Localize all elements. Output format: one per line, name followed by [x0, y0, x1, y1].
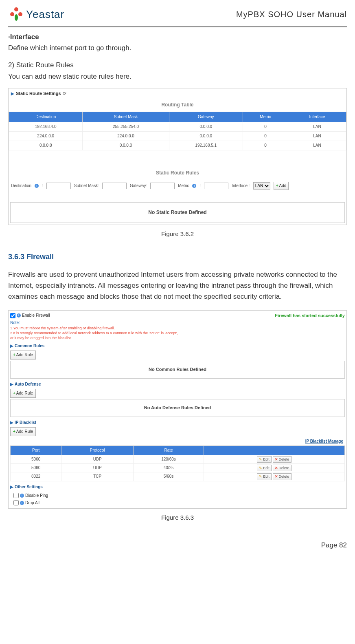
col-subnet: Subnet Mask [83, 112, 169, 122]
destination-label: Destination [11, 183, 31, 189]
table-row: 8022 TCP 5/60s ✎Edit ✕Delete [11, 472, 345, 481]
table-row: 192.168.4.0 255.255.254.0 0.0.0.0 0 LAN [9, 122, 346, 131]
add-rule-button[interactable]: +Add Rule [10, 427, 36, 436]
col-interface: Interface [288, 112, 346, 122]
edit-icon: ✎ [259, 474, 262, 479]
auto-defense-header: ▶Auto Defense [10, 381, 345, 388]
info-icon[interactable]: i [192, 184, 196, 188]
plus-icon: + [276, 183, 278, 189]
enable-firewall-row: i Enable Firewall [10, 312, 178, 319]
common-rules-header: ▶Common Rules [10, 343, 345, 349]
interface-heading: ·Interface [8, 31, 347, 42]
edit-icon: ✎ [259, 457, 262, 462]
page-header: Yeastar MyPBX SOHO User Manual [8, 6, 347, 27]
firewall-desc: Firewalls are used to prevent unauthoriz… [8, 269, 347, 302]
note-line-3: or it may be dragged into the blacklist. [10, 336, 178, 341]
col-destination: Destination [9, 112, 83, 122]
svg-point-3 [15, 14, 18, 21]
static-rules-title: Static Route Rules [9, 167, 346, 179]
routing-table-title: Routing Table [9, 99, 346, 111]
static-route-desc: You can add new static route rules here. [8, 71, 347, 82]
other-settings-header: ▶Other Settings [10, 484, 345, 490]
info-icon[interactable]: i [20, 501, 24, 505]
plus-icon: + [13, 352, 15, 358]
delete-button[interactable]: ✕Delete [273, 456, 291, 463]
delete-button[interactable]: ✕Delete [273, 473, 291, 480]
info-icon[interactable]: i [17, 313, 21, 318]
gateway-input[interactable] [150, 183, 175, 189]
svg-point-2 [18, 12, 22, 16]
figure-caption-1: Figure 3.6.2 [8, 229, 347, 239]
add-button[interactable]: +Add [274, 182, 289, 190]
no-auto-defense: No Auto Defense Rules Defined [10, 399, 345, 417]
metric-input[interactable] [204, 183, 228, 189]
plus-icon: + [13, 428, 15, 435]
interface-label: Interface : [232, 183, 250, 189]
note-line-2: 2.It is strongly recommended to add loca… [10, 331, 178, 336]
subnet-input[interactable] [102, 183, 127, 189]
disable-ping-row: i Disable Ping [10, 492, 345, 499]
panel-title: Static Route Settings [16, 90, 61, 97]
col-actions [204, 446, 344, 455]
drop-all-row: i Drop All [10, 499, 345, 507]
ip-blacklist-manage-link[interactable]: IP Blacklist Manage [10, 437, 345, 446]
table-row: 224.0.0.0 224.0.0.0 0.0.0.0 0 LAN [9, 131, 346, 141]
disable-ping-checkbox[interactable] [13, 493, 19, 498]
col-port: Port [11, 446, 61, 455]
col-gateway: Gateway [169, 112, 243, 122]
disable-ping-label: Disable Ping [25, 492, 48, 499]
enable-firewall-label: Enable Firewall [22, 312, 50, 319]
static-route-screenshot: ▶ Static Route Settings ⟳ Routing Table … [8, 88, 347, 225]
enable-firewall-checkbox[interactable] [10, 313, 15, 318]
no-routes-message: No Static Routes Defined [10, 202, 345, 223]
page-footer: Page 82 [8, 535, 347, 549]
note-line-1: 1.You must reboot the system after enabl… [10, 326, 178, 331]
edit-button[interactable]: ✎Edit [257, 465, 272, 471]
edit-icon: ✎ [259, 465, 262, 471]
page-number: Page 82 [321, 541, 347, 549]
table-row: 5060 UDP 40/2s ✎Edit ✕Delete [11, 463, 345, 472]
interface-desc: Define which internet port to go through… [8, 42, 347, 53]
svg-point-0 [14, 7, 18, 11]
firewall-section-title: 3.6.3 Firewall [8, 251, 347, 263]
svg-point-1 [10, 12, 14, 16]
arrow-icon: ▶ [11, 90, 14, 97]
delete-icon: ✕ [275, 465, 278, 471]
static-route-form: Destinationi: Subnet Mask: Gateway: Metr… [9, 179, 346, 192]
refresh-icon[interactable]: ⟳ [63, 90, 66, 97]
note-label: Note: [10, 320, 178, 326]
panel-header: ▶ Static Route Settings ⟳ [9, 88, 346, 99]
figure-caption-2: Figure 3.6.3 [8, 513, 347, 523]
gateway-label: Gateway: [130, 183, 147, 189]
edit-button[interactable]: ✎Edit [257, 456, 272, 463]
info-icon[interactable]: i [35, 184, 39, 188]
edit-button[interactable]: ✎Edit [257, 473, 272, 480]
logo-icon [8, 6, 24, 22]
col-rate: Rate [134, 446, 204, 455]
document-title: MyPBX SOHO User Manual [236, 10, 347, 19]
metric-label: Metric [178, 183, 189, 189]
table-row: 5060 UDP 120/60s ✎Edit ✕Delete [11, 455, 345, 463]
table-row: 0.0.0.0 0.0.0.0 192.168.5.1 0 LAN [9, 141, 346, 150]
add-rule-button[interactable]: +Add Rule [10, 351, 36, 359]
col-protocol: Protocol [61, 446, 134, 455]
ip-blacklist-header: ▶IP Blacklist [10, 419, 345, 426]
delete-button[interactable]: ✕Delete [273, 465, 291, 471]
no-common-rules: No Common Rules Defined [10, 361, 345, 379]
content-body: ·Interface Define which internet port to… [8, 31, 347, 523]
routing-table: Destination Subnet Mask Gateway Metric I… [9, 112, 346, 150]
destination-input[interactable] [46, 183, 71, 189]
arrow-icon: ▶ [10, 381, 13, 388]
interface-select[interactable]: LAN [253, 182, 270, 190]
col-metric: Metric [243, 112, 288, 122]
logo-text: Yeastar [26, 8, 64, 21]
firewall-screenshot: i Enable Firewall Note: 1.You must reboo… [8, 310, 347, 508]
ip-blacklist-table: Port Protocol Rate 5060 UDP 120/60s ✎Edi… [10, 446, 345, 481]
add-rule-button[interactable]: +Add Rule [10, 389, 36, 398]
drop-all-label: Drop All [25, 500, 39, 506]
plus-icon: + [13, 390, 15, 397]
drop-all-checkbox[interactable] [13, 500, 19, 505]
static-route-heading: 2) Static Route Rules [8, 60, 347, 71]
subnet-label: Subnet Mask: [74, 183, 99, 189]
info-icon[interactable]: i [20, 494, 24, 498]
